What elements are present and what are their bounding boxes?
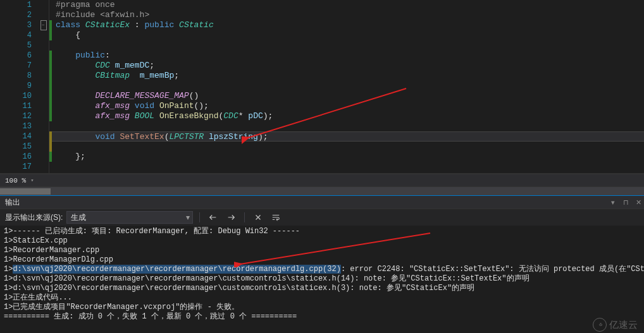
output-line[interactable]: 1>d:\svn\qj2020\recordermanager\recorder… bbox=[4, 274, 640, 284]
panel-menu-icon[interactable]: ▾ bbox=[607, 197, 619, 208]
scrollbar-thumb[interactable] bbox=[0, 188, 51, 195]
code-line[interactable]: public: bbox=[52, 51, 644, 61]
line-number: 14 bbox=[0, 131, 32, 142]
line-number: 16 bbox=[0, 152, 32, 162]
watermark-icon: ဖ bbox=[593, 318, 607, 332]
code-line[interactable]: #include <afxwin.h> bbox=[52, 10, 644, 20]
fold-marker[interactable] bbox=[38, 91, 49, 101]
line-number: 13 bbox=[0, 121, 32, 131]
output-line[interactable]: 1>正在生成代码... bbox=[4, 293, 640, 303]
code-line[interactable]: #pragma once bbox=[52, 0, 644, 10]
output-toolbar: 显示输出来源(S): 生成 bbox=[0, 209, 644, 226]
line-number: 15 bbox=[0, 142, 32, 152]
watermark: ဖ 亿速云 bbox=[593, 320, 638, 329]
code-line[interactable]: CDC m_memDC; bbox=[52, 61, 644, 71]
zoom-bar: 100 % ▾ bbox=[0, 174, 644, 186]
output-panel-title: 输出 bbox=[5, 197, 20, 208]
goto-prev-message-button[interactable] bbox=[206, 211, 220, 224]
pin-icon[interactable]: ⊓ bbox=[620, 197, 631, 208]
fold-marker[interactable] bbox=[38, 0, 49, 10]
output-line[interactable]: 1>RecorderManagerDlg.cpp bbox=[4, 255, 640, 265]
output-line[interactable]: 1>d:\svn\qj2020\recordermanager\recorder… bbox=[4, 284, 640, 293]
line-number: 8 bbox=[0, 71, 32, 81]
line-number: 9 bbox=[0, 81, 32, 91]
output-source-select[interactable]: 生成 bbox=[66, 211, 193, 224]
code-line[interactable] bbox=[52, 142, 644, 152]
watermark-text: 亿速云 bbox=[609, 320, 638, 329]
fold-marker[interactable] bbox=[38, 10, 49, 20]
fold-marker[interactable] bbox=[38, 111, 49, 121]
output-line[interactable]: 1>StaticEx.cpp bbox=[4, 236, 640, 246]
output-text-area[interactable]: 1>------ 已启动生成: 项目: RecorderManager, 配置:… bbox=[0, 226, 644, 333]
code-line[interactable]: afx_msg BOOL OnEraseBkgnd(CDC* pDC); bbox=[52, 111, 644, 121]
toolbar-separator bbox=[244, 212, 245, 222]
fold-marker[interactable] bbox=[38, 121, 49, 131]
zoom-dropdown-icon[interactable]: ▾ bbox=[28, 177, 36, 185]
toolbar-separator bbox=[199, 212, 200, 222]
line-number: 7 bbox=[0, 61, 32, 71]
zoom-level[interactable]: 100 % bbox=[5, 177, 26, 185]
fold-marker[interactable] bbox=[38, 162, 49, 172]
output-panel-header: 输出 ▾ ⊓ ✕ bbox=[0, 195, 644, 209]
code-line[interactable]: void SetTextEx(LPCTSTR lpszString); bbox=[52, 131, 644, 142]
clear-all-button[interactable] bbox=[251, 211, 265, 224]
line-number: 4 bbox=[0, 30, 32, 40]
fold-marker[interactable]: − bbox=[38, 20, 49, 30]
code-line[interactable]: { bbox=[52, 30, 644, 40]
fold-marker[interactable] bbox=[38, 142, 49, 152]
line-number: 2 bbox=[0, 10, 32, 20]
code-line[interactable]: afx_msg void OnPaint(); bbox=[52, 101, 644, 111]
collapse-icon[interactable]: − bbox=[40, 20, 47, 30]
horizontal-scrollbar[interactable] bbox=[0, 186, 644, 195]
output-line[interactable]: 1>------ 已启动生成: 项目: RecorderManager, 配置:… bbox=[4, 227, 640, 236]
code-line[interactable] bbox=[52, 40, 644, 51]
code-line[interactable] bbox=[52, 121, 644, 131]
code-line[interactable] bbox=[52, 81, 644, 91]
code-line[interactable]: }; bbox=[52, 152, 644, 162]
fold-marker-column[interactable]: − bbox=[38, 0, 49, 173]
code-line[interactable]: CBitmap m_memBp; bbox=[52, 71, 644, 81]
toggle-wrap-button[interactable] bbox=[269, 211, 283, 224]
close-icon[interactable]: ✕ bbox=[633, 197, 644, 208]
goto-next-message-button[interactable] bbox=[224, 211, 238, 224]
output-line[interactable]: 1>RecorderManager.cpp bbox=[4, 246, 640, 255]
fold-marker[interactable] bbox=[38, 81, 49, 91]
line-number: 3 bbox=[0, 20, 32, 30]
fold-marker[interactable] bbox=[38, 61, 49, 71]
line-number: 6 bbox=[0, 51, 32, 61]
code-editor[interactable]: 1234567891011121314151617 − #pragma once… bbox=[0, 0, 644, 174]
output-source-label: 显示输出来源(S): bbox=[5, 212, 63, 223]
output-line[interactable]: 1>已完成生成项目"RecorderManager.vcxproj"的操作 - … bbox=[4, 303, 640, 312]
line-number: 5 bbox=[0, 40, 32, 51]
line-number: 11 bbox=[0, 101, 32, 111]
fold-marker[interactable] bbox=[38, 71, 49, 81]
line-number: 1 bbox=[0, 0, 32, 10]
fold-marker[interactable] bbox=[38, 152, 49, 162]
fold-marker[interactable] bbox=[38, 101, 49, 111]
fold-marker[interactable] bbox=[38, 40, 49, 51]
line-number-gutter: 1234567891011121314151617 bbox=[0, 0, 38, 173]
line-number: 10 bbox=[0, 91, 32, 101]
line-number: 12 bbox=[0, 111, 32, 121]
output-line[interactable]: 1>d:\svn\qj2020\recordermanager\recorder… bbox=[4, 265, 640, 274]
fold-marker[interactable] bbox=[38, 30, 49, 40]
code-content[interactable]: #pragma once#include <afxwin.h>class CSt… bbox=[52, 0, 644, 173]
output-line[interactable]: ========== 生成: 成功 0 个，失败 1 个，最新 0 个，跳过 0… bbox=[4, 312, 640, 322]
line-number: 17 bbox=[0, 162, 32, 172]
fold-marker[interactable] bbox=[38, 131, 49, 142]
output-source-value: 生成 bbox=[71, 212, 86, 223]
code-line[interactable] bbox=[52, 162, 644, 172]
fold-marker[interactable] bbox=[38, 51, 49, 61]
code-line[interactable]: class CStaticEx : public CStatic bbox=[52, 20, 644, 30]
code-line[interactable]: DECLARE_MESSAGE_MAP() bbox=[52, 91, 644, 101]
